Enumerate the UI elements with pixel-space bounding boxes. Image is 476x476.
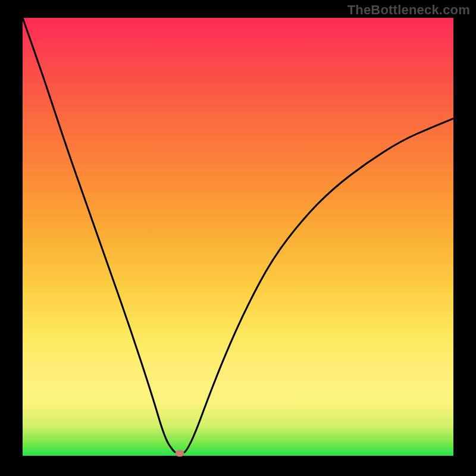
optimum-marker <box>176 450 184 457</box>
watermark-text: TheBottleneck.com <box>347 2 470 18</box>
chart-frame: TheBottleneck.com <box>0 0 476 476</box>
bottleneck-curve <box>23 18 453 456</box>
plot-area <box>23 18 453 456</box>
curve-path <box>23 18 453 453</box>
